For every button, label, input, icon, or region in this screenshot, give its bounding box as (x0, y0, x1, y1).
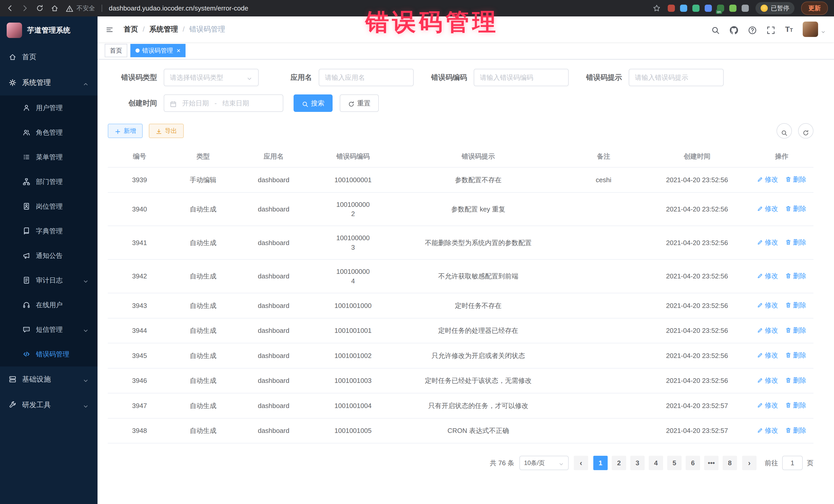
header-search-icon[interactable] (711, 25, 720, 34)
extension-drop-icon[interactable] (680, 5, 687, 12)
total-count: 共 76 条 (490, 459, 514, 467)
extension-leaf-icon[interactable] (729, 5, 737, 12)
page-button-5[interactable]: 5 (667, 456, 682, 470)
edit-link[interactable]: 修改 (757, 301, 778, 310)
delete-link[interactable]: 删除 (785, 426, 806, 435)
url-bar[interactable]: dashboard.yudao.iocoder.cn/system/error-… (109, 4, 646, 12)
fullscreen-icon[interactable] (767, 25, 775, 34)
sidebar-item-dev-tools[interactable]: 研发工具 (0, 392, 97, 418)
sidebar-item-infrastructure[interactable]: 基础设施 (0, 367, 97, 392)
next-page-button[interactable]: › (742, 456, 756, 470)
edit-link[interactable]: 修改 (757, 426, 778, 435)
edit-link[interactable]: 修改 (757, 175, 778, 184)
paused-badge[interactable]: 已暂停 (755, 2, 794, 14)
delete-link[interactable]: 删除 (785, 376, 806, 385)
sidebar-item-audit-log[interactable]: 审计日志 (0, 268, 97, 292)
delete-link[interactable]: 删除 (785, 326, 806, 335)
browser-back-icon[interactable] (6, 4, 14, 12)
prev-page-button[interactable]: ‹ (574, 456, 588, 470)
add-button[interactable]: 新增 (108, 124, 143, 138)
error-hint-input[interactable] (629, 69, 724, 86)
edit-link[interactable]: 修改 (757, 326, 778, 335)
delete-link[interactable]: 删除 (785, 271, 806, 281)
filter-label-app-name: 应用名 (263, 73, 312, 82)
delete-link[interactable]: 删除 (785, 204, 806, 213)
extension-grid-icon[interactable] (705, 5, 712, 12)
book-icon (23, 227, 30, 235)
calendar-icon (170, 100, 177, 107)
bookmark-star-icon[interactable] (653, 4, 661, 12)
page-size-select[interactable]: 10条/页 (520, 456, 569, 470)
update-button[interactable]: 更新 (801, 2, 828, 15)
page-button-8[interactable]: 8 (723, 456, 737, 470)
page-button-2[interactable]: 2 (612, 456, 626, 470)
edit-link[interactable]: 修改 (757, 400, 778, 410)
extension-red-icon[interactable] (668, 5, 675, 12)
sidebar-item-home[interactable]: 首页 (0, 44, 97, 70)
sidebar-item-dept-management[interactable]: 部门管理 (0, 169, 97, 194)
extension-vue-icon[interactable] (692, 5, 700, 12)
edit-link[interactable]: 修改 (757, 271, 778, 281)
goto-page-input[interactable] (782, 456, 803, 470)
sidebar-item-label: 短信管理 (36, 325, 63, 334)
delete-link[interactable]: 删除 (785, 400, 806, 410)
app-name-input[interactable] (319, 69, 414, 86)
browser-reload-icon[interactable] (36, 4, 44, 12)
sidebar-item-user-management[interactable]: 用户管理 (0, 95, 97, 120)
refresh-table-button[interactable] (798, 123, 813, 138)
delete-link[interactable]: 删除 (785, 175, 806, 184)
user-menu[interactable] (803, 22, 826, 37)
sidebar-item-post-management[interactable]: 岗位管理 (0, 194, 97, 219)
page-button-4[interactable]: 4 (649, 456, 663, 470)
cell-code: 1001001004 (312, 393, 394, 418)
date-range-picker[interactable]: - (164, 94, 283, 112)
error-code-input[interactable] (474, 69, 569, 86)
sidebar-item-notice[interactable]: 通知公告 (0, 243, 97, 268)
delete-link[interactable]: 删除 (785, 238, 806, 247)
edit-link[interactable]: 修改 (757, 351, 778, 360)
close-icon[interactable]: × (177, 47, 180, 54)
sidebar-item-online-users[interactable]: 在线用户 (0, 292, 97, 317)
browser-toolbar: 不安全 dashboard.yudao.iocoder.cn/system/er… (0, 0, 834, 17)
edit-link[interactable]: 修改 (757, 204, 778, 213)
start-date-input[interactable] (180, 99, 211, 107)
browser-home-icon[interactable] (51, 4, 59, 12)
reset-button[interactable]: 重置 (340, 94, 379, 112)
table-row: 3942自动生成dashboard100100000 4不允许获取敏感配置到前端… (108, 259, 813, 293)
edit-link[interactable]: 修改 (757, 238, 778, 247)
font-size-icon[interactable]: TT (785, 25, 793, 33)
cell-actions: 修改删除 (750, 293, 814, 318)
security-chip[interactable]: 不安全 (66, 4, 95, 12)
extension-puzzle-icon[interactable] (742, 5, 749, 12)
extension-translate-icon[interactable]: on (717, 5, 724, 12)
sidebar-item-system-management[interactable]: 系统管理 (0, 70, 97, 95)
sidebar-toggle-icon[interactable] (106, 24, 115, 34)
delete-link[interactable]: 删除 (785, 301, 806, 310)
navbar-actions: TT (711, 22, 826, 37)
sidebar-item-dict-management[interactable]: 字典管理 (0, 219, 97, 243)
toggle-search-button[interactable] (776, 123, 792, 138)
page-more-button[interactable]: ••• (704, 456, 719, 470)
sidebar-item-menu-management[interactable]: 菜单管理 (0, 145, 97, 169)
end-date-input[interactable] (220, 99, 251, 107)
app-logo[interactable]: 芋道管理系统 (0, 17, 97, 44)
tab-error-code[interactable]: 错误码管理 × (130, 44, 185, 57)
page-button-1[interactable]: 1 (593, 456, 608, 470)
cell-app: dashboard (235, 318, 312, 343)
breadcrumb-home[interactable]: 首页 (124, 24, 138, 34)
export-button[interactable]: 导出 (149, 124, 184, 138)
delete-link[interactable]: 删除 (785, 351, 806, 360)
tab-home[interactable]: 首页 (105, 44, 127, 57)
page-button-6[interactable]: 6 (686, 456, 700, 470)
browser-forward-icon[interactable] (21, 4, 29, 12)
page-button-3[interactable]: 3 (630, 456, 644, 470)
sidebar-item-sms-management[interactable]: 短信管理 (0, 317, 97, 342)
breadcrumb-system[interactable]: 系统管理 (149, 24, 178, 34)
sidebar-item-role-management[interactable]: 角色管理 (0, 120, 97, 145)
error-type-select[interactable]: 请选择错误码类型 (164, 69, 259, 86)
github-icon[interactable] (729, 25, 738, 34)
search-button[interactable]: 搜索 (293, 94, 333, 112)
edit-link[interactable]: 修改 (757, 376, 778, 385)
sidebar-item-error-code-management[interactable]: 错误码管理 (0, 342, 97, 367)
help-icon[interactable] (748, 25, 757, 34)
